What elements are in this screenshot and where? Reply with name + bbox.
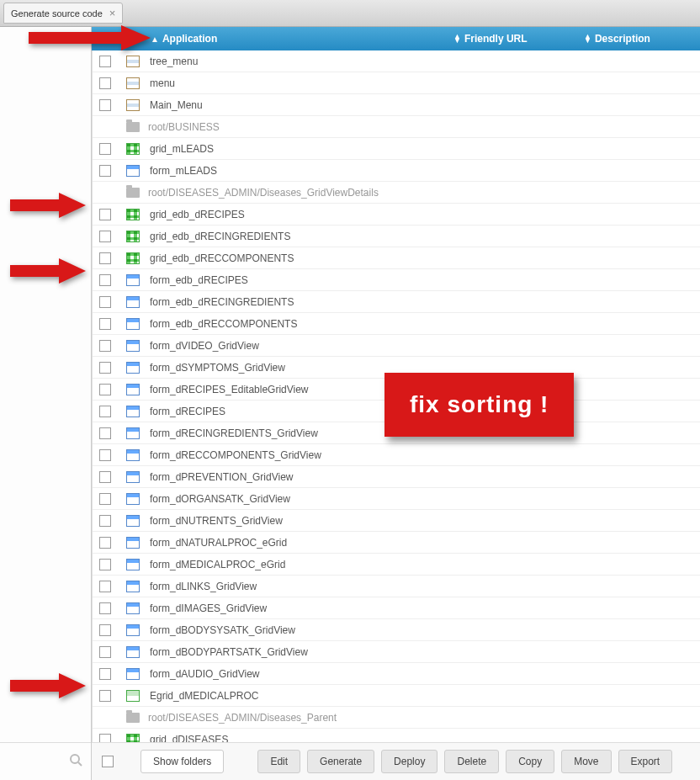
header-description[interactable]: ▲▼ Description [584,33,700,45]
row-checkbox[interactable] [99,231,111,242]
table-row[interactable]: form_dPREVENTION_GridView [93,466,700,488]
table-row[interactable]: tree_menu [93,50,700,72]
table-row[interactable]: form_dVIDEO_GridView [93,335,700,357]
table-row[interactable]: grid_edb_dRECIPES [93,204,700,226]
grid-icon [126,734,140,743]
row-label: form_dIMAGES_GridView [150,602,267,614]
table-row[interactable]: form_mLEADS [93,160,700,182]
table-row[interactable]: form_dMEDICALPROC_eGrid [93,554,700,576]
move-button[interactable]: Move [561,750,611,773]
row-checkbox[interactable] [99,515,111,527]
table-row[interactable]: form_dNATURALPROC_eGrid [93,532,700,554]
annotation-arrow [10,673,86,701]
select-all-checkbox[interactable] [102,756,114,767]
header-friendly-url[interactable]: ▲▼ Friendly URL [453,33,584,45]
row-label: form_dVIDEO_GridView [150,340,259,352]
table-row[interactable]: form_dLINKS_GridView [93,576,700,597]
delete-button[interactable]: Delete [444,750,499,773]
grid-icon [126,209,140,220]
annotation-arrow [10,193,86,220]
grid-icon [126,231,140,242]
edit-button[interactable]: Edit [257,750,300,773]
row-checkbox[interactable] [99,690,111,702]
show-folders-button[interactable]: Show folders [141,750,224,773]
row-checkbox[interactable] [99,581,111,592]
grid-icon [126,143,140,155]
row-checkbox[interactable] [99,274,111,286]
row-label: Main_Menu [150,99,203,111]
row-checkbox[interactable] [99,493,111,505]
row-checkbox[interactable] [99,340,111,352]
row-label: grid_edb_dRECINGREDIENTS [150,231,290,242]
table-row[interactable]: grid_dDISEASES [93,729,700,742]
table-row[interactable]: form_dIMAGES_GridView [93,597,700,619]
table-row[interactable]: Egrid_dMEDICALPROC [93,685,700,707]
form-icon [126,515,140,527]
folder-row[interactable]: root/BUSINESS [93,116,700,138]
form-icon [126,406,140,417]
row-checkbox[interactable] [99,143,111,155]
row-checkbox[interactable] [99,559,111,570]
row-checkbox[interactable] [99,406,111,417]
row-checkbox[interactable] [99,427,111,439]
copy-button[interactable]: Copy [506,750,554,773]
annotation-arrow [29,25,151,53]
form-icon [126,471,140,483]
search-icon[interactable] [69,753,82,770]
row-checkbox[interactable] [99,537,111,549]
row-checkbox[interactable] [99,56,111,67]
row-label: form_dSYMPTOMS_GridView [150,362,285,374]
form-icon [126,318,140,330]
export-button[interactable]: Export [618,750,673,773]
close-icon[interactable]: × [109,7,116,19]
generate-button[interactable]: Generate [307,750,374,773]
table-row[interactable]: form_dAUDIO_GridView [93,663,700,685]
table-row[interactable]: grid_mLEADS [93,138,700,160]
row-checkbox[interactable] [99,77,111,89]
table-row[interactable]: form_edb_dRECIPES [93,269,700,291]
table-row[interactable]: grid_edb_dRECINGREDIENTS [93,226,700,247]
folder-row[interactable]: root/DISEASES_ADMIN/Diseases_Parent [93,707,700,729]
deploy-button[interactable]: Deploy [381,750,438,773]
row-checkbox[interactable] [99,449,111,461]
header-application[interactable]: ▲ Application [151,33,453,45]
table-row[interactable]: menu [93,72,700,94]
row-label: tree_menu [150,56,198,67]
table-row[interactable]: Main_Menu [93,94,700,116]
row-checkbox[interactable] [99,296,111,308]
row-checkbox[interactable] [99,668,111,680]
table-row[interactable]: form_dBODYSYSATK_GridView [93,619,700,641]
row-checkbox[interactable] [99,252,111,264]
row-checkbox[interactable] [99,362,111,374]
tab-generate-source[interactable]: Generate source code × [3,3,123,24]
row-checkbox[interactable] [99,165,111,177]
row-checkbox[interactable] [99,471,111,483]
row-checkbox[interactable] [99,624,111,636]
row-label: grid_mLEADS [150,143,214,155]
row-checkbox[interactable] [99,209,111,220]
table-row[interactable]: grid_edb_dRECCOMPONENTS [93,247,700,269]
row-label: form_dNUTRENTS_GridView [150,515,283,527]
svg-marker-3 [10,193,86,218]
row-checkbox[interactable] [99,318,111,330]
form-icon [126,602,140,614]
row-label: menu [150,77,175,89]
row-checkbox[interactable] [99,602,111,614]
row-checkbox[interactable] [99,99,111,111]
table-row[interactable]: form_dBODYPARTSATK_GridView [93,641,700,663]
table-row[interactable]: form_dRECCOMPONENTS_GridView [93,444,700,466]
table-row[interactable]: form_dORGANSATK_GridView [93,488,700,510]
row-checkbox[interactable] [99,646,111,658]
annotation-arrow [10,258,86,286]
table-row[interactable]: form_edb_dRECINGREDIENTS [93,291,700,313]
table-row[interactable]: form_dNUTRENTS_GridView [93,510,700,532]
sort-asc-icon: ▲ [151,34,159,44]
row-checkbox[interactable] [99,384,111,395]
folder-row[interactable]: root/DISEASES_ADMIN/Diseases_GridViewDet… [93,182,700,204]
table-row[interactable]: form_edb_dRECCOMPONENTS [93,313,700,335]
form-icon [126,296,140,308]
row-checkbox[interactable] [99,734,111,743]
row-label: form_dORGANSATK_GridView [150,493,290,505]
left-sidebar [0,27,92,780]
form-icon [126,384,140,395]
